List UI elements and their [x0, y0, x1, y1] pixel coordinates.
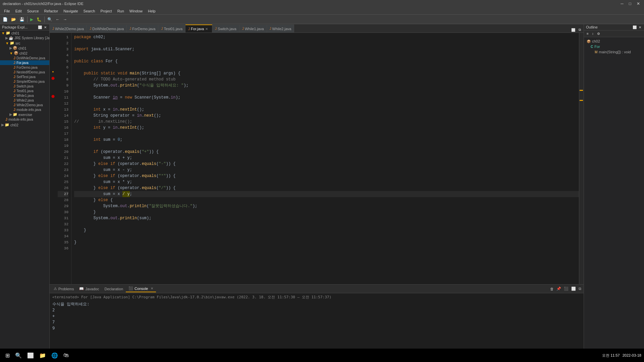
tree-item-exercise[interactable]: ▶ 📁 exercise: [0, 112, 49, 117]
line-num-13: 13: [58, 107, 68, 113]
editor-section: J While2Demo.java J DoWhileDemo.java J F…: [50, 24, 584, 355]
line-num-28: 28: [58, 197, 68, 203]
tab-label-dowhiledemo: DoWhileDemo.java: [92, 27, 124, 31]
tab-declaration[interactable]: Declaration: [102, 286, 126, 292]
forward-button[interactable]: →: [62, 16, 68, 22]
marker-warning-2: [580, 100, 583, 101]
tree-item-dowhile[interactable]: J DoWhileDemo.java: [0, 56, 49, 60]
tree-item-ch01[interactable]: ▼ 📁 ch01: [0, 31, 49, 36]
tab-javadoc[interactable]: 📖 Javadoc: [76, 286, 102, 292]
console-line-3: +: [52, 313, 581, 319]
line-num-18: 18: [58, 137, 68, 143]
tab-switch[interactable]: J Switch.java: [212, 24, 239, 33]
tree-item-while2demo[interactable]: J While2Demo.java: [0, 103, 49, 107]
tab-dowhiledemo[interactable]: J DoWhileDemo.java: [87, 24, 127, 33]
code-line-8: // TODO Auto-generated method stub: [74, 76, 579, 82]
edge-taskbar-btn[interactable]: 🌐: [49, 351, 61, 360]
tree-item-moduleinfo2[interactable]: J module-info.java: [0, 117, 49, 122]
outline-filter-btn[interactable]: ⚙: [596, 31, 601, 36]
taskview-button[interactable]: ⬜: [24, 351, 37, 360]
tree-item-test01[interactable]: J Test01.java: [0, 88, 49, 93]
menu-project[interactable]: Project: [98, 8, 114, 14]
search-taskbar-button[interactable]: 🔍: [12, 351, 24, 360]
outline-item-for-class[interactable]: C For: [585, 44, 643, 49]
tree-item-ch01-sub[interactable]: ▶ 📦 ch01: [0, 46, 49, 51]
tree-item-ch02-top[interactable]: ▶ 📁 ch02: [0, 122, 49, 127]
back-button[interactable]: ←: [54, 16, 61, 22]
editor-minimize-btn[interactable]: ⬜: [570, 27, 577, 33]
line-num-7: 7: [58, 70, 68, 76]
tree-item-moduleinfo[interactable]: J module-info.java: [0, 107, 49, 112]
minimize-button[interactable]: ─: [619, 1, 625, 7]
tab-icon-while2demo: J: [52, 27, 54, 31]
explorer-taskbar-btn[interactable]: 📁: [37, 351, 49, 360]
start-button[interactable]: ⊞: [3, 351, 12, 360]
console-minimize-btn[interactable]: ⬜: [570, 286, 577, 292]
open-button[interactable]: 📂: [10, 16, 17, 22]
bottom-panel-tabs: ⚠ Problems 📖 Javadoc Declaration ⬛ Conso…: [50, 285, 584, 293]
line-num-34: 34: [58, 233, 68, 239]
tree-item-jre[interactable]: ▶ ☕ JRE System Library [Java...: [0, 36, 49, 41]
menu-refactor[interactable]: Refactor: [42, 8, 61, 14]
run-button[interactable]: ▶: [29, 16, 35, 22]
tab-console[interactable]: ⬛ Console ✕: [126, 285, 156, 292]
outline-minimize-btn[interactable]: ⬜: [632, 25, 637, 29]
tab-while2demo[interactable]: J While2Demo.java: [50, 24, 87, 33]
menu-edit[interactable]: Edit: [13, 8, 24, 14]
tab-test01[interactable]: J Test01.java: [158, 24, 185, 33]
outline-sort-btn[interactable]: ↕: [591, 31, 595, 36]
gutter: ● ⬤ ⬤: [50, 33, 56, 284]
code-line-4: [74, 52, 579, 58]
tree-item-simpleifdemo[interactable]: J SimpleIfDemo.java: [0, 79, 49, 84]
menu-search[interactable]: Search: [81, 8, 98, 14]
maximize-button[interactable]: □: [628, 1, 633, 7]
tree-item-ch02-sub[interactable]: ▼ 📦 ch02: [0, 51, 49, 56]
explorer-minimize-btn[interactable]: ⬜: [37, 25, 43, 29]
tab-fordemo[interactable]: J ForDemo.java: [127, 24, 158, 33]
editor-maximize-btn[interactable]: ⧉: [577, 27, 582, 33]
line-num-35: 35: [58, 239, 68, 245]
code-line-22: } else if (operator.equals("-")) {: [74, 161, 579, 167]
tree-item-selftest[interactable]: J SelfTest.java: [0, 74, 49, 79]
store-taskbar-btn[interactable]: 🛍: [61, 351, 71, 360]
outline-item-ch02[interactable]: 📦 ch02: [585, 39, 643, 44]
menu-run[interactable]: Run: [115, 8, 127, 14]
tree-item-switch[interactable]: J Switch.java: [0, 84, 49, 88]
tree-item-while2[interactable]: J While2.java: [0, 98, 49, 103]
code-content[interactable]: package ch02; import java.util.Scanner; …: [71, 33, 579, 284]
tab-close-for[interactable]: ✕: [205, 27, 208, 31]
debug-button[interactable]: 🐛: [35, 16, 43, 22]
line-num-27: 27: [58, 191, 68, 197]
menu-navigate[interactable]: Navigate: [61, 8, 80, 14]
explorer-close-btn[interactable]: ✕: [43, 25, 47, 29]
new-button[interactable]: 📄: [1, 16, 9, 22]
outline-panel: Outline ⬜ ✕ ≡ ↕ ⚙ 📦 ch02 C For M main(St…: [584, 24, 644, 355]
tree-item-fordemo[interactable]: J ForDemo.java: [0, 65, 49, 70]
console-pin-btn[interactable]: 📌: [555, 286, 562, 292]
save-button[interactable]: 💾: [18, 16, 26, 22]
outline-collapse-btn[interactable]: ≡: [585, 31, 590, 36]
tab-while1[interactable]: J While1.java: [239, 24, 267, 33]
tree-item-for[interactable]: J For.java: [0, 60, 49, 65]
line-num-16: 16: [58, 125, 68, 131]
menu-source[interactable]: Source: [24, 8, 42, 14]
tree-item-nestedifdemo[interactable]: J NestedIfDemo.java: [0, 70, 49, 74]
code-editor[interactable]: ● ⬤ ⬤ 1 2 3 4: [50, 33, 584, 284]
close-button[interactable]: ✕: [635, 1, 641, 7]
menu-file[interactable]: File: [1, 8, 13, 14]
tab-while2[interactable]: J While2.java: [267, 24, 294, 33]
console-maximize-btn[interactable]: ⧉: [578, 286, 582, 292]
tree-item-src[interactable]: ▼ 📁 src: [0, 41, 49, 46]
console-close[interactable]: ✕: [151, 287, 153, 290]
tab-problems[interactable]: ⚠ Problems: [51, 286, 76, 292]
console-stop-btn[interactable]: ⬛: [563, 286, 570, 292]
tree-item-while1[interactable]: J While1.java: [0, 93, 49, 98]
console-clear-btn[interactable]: 🗑: [549, 286, 555, 292]
menu-help[interactable]: Help: [145, 8, 158, 14]
search-button[interactable]: 🔍: [46, 16, 54, 22]
menu-window[interactable]: Window: [127, 8, 145, 14]
outline-close-btn[interactable]: ✕: [638, 25, 642, 29]
bottom-panel-toolbar: 🗑 📌 ⬛ ⬜ ⧉: [549, 286, 582, 292]
outline-item-main[interactable]: M main(String[]) : void: [585, 49, 643, 55]
tab-for[interactable]: J For.java ✕: [185, 24, 212, 33]
